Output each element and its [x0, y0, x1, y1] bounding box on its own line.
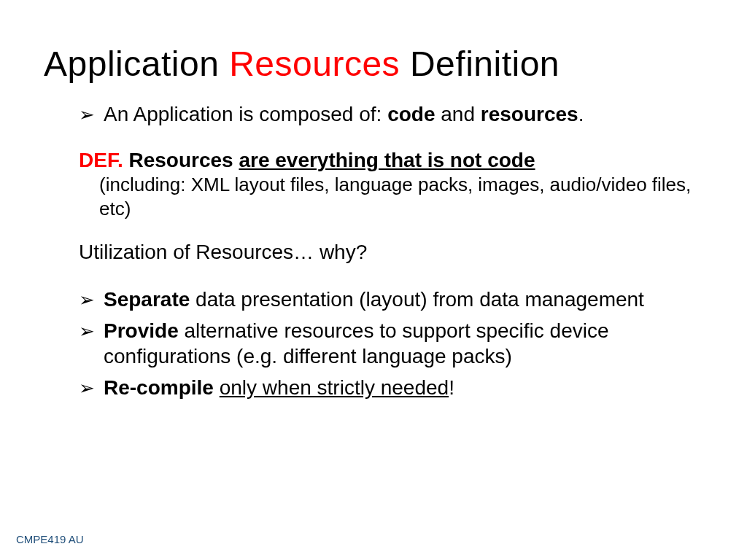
text-bold-underline: are everything that is not code	[239, 149, 535, 171]
text: An Application is composed of:	[104, 103, 387, 125]
text: !	[449, 376, 454, 399]
text-underline: only when strictly needed	[220, 376, 449, 399]
bullet-text-2: Separate data presentation (layout) from…	[104, 287, 703, 312]
bullet-item-2: ➢ Separate data presentation (layout) fr…	[79, 287, 703, 312]
bullet-arrow-icon: ➢	[79, 376, 95, 400]
bullet-text-1: An Application is composed of: code and …	[104, 101, 703, 127]
slide-title: Application Resources Definition	[44, 44, 703, 84]
bullet-text-4: Re-compile only when strictly needed!	[104, 375, 703, 400]
text-bold: resources	[481, 103, 578, 125]
text: and	[435, 103, 480, 125]
slide-content: ➢ An Application is composed of: code an…	[44, 101, 703, 400]
bullet-item-1: ➢ An Application is composed of: code an…	[79, 101, 703, 127]
def-label: DEF.	[79, 149, 123, 171]
title-part1: Application	[44, 44, 229, 83]
text-bold: Resources	[123, 149, 239, 171]
definition-block: DEF. Resources are everything that is no…	[79, 147, 703, 220]
text: alternative resources to support specifi…	[104, 319, 609, 368]
text-bold: Re-compile	[104, 376, 214, 399]
text-bold: code	[387, 103, 435, 125]
text-bold: Separate	[104, 288, 190, 311]
definition-sub: (including: XML layout files, language p…	[79, 173, 703, 220]
bullet-item-4: ➢ Re-compile only when strictly needed!	[79, 375, 703, 400]
text	[214, 376, 220, 399]
bullet-text-3: Provide alternative resources to support…	[104, 318, 703, 369]
text: .	[578, 103, 584, 125]
definition-line: DEF. Resources are everything that is no…	[79, 147, 703, 173]
bullet-arrow-icon: ➢	[79, 319, 95, 369]
utilization-question: Utilization of Resources… why?	[79, 239, 703, 265]
bullet-arrow-icon: ➢	[79, 103, 95, 127]
footer-course-code: CMPE419 AU	[16, 533, 84, 545]
bullet-arrow-icon: ➢	[79, 288, 95, 312]
text-bold: Provide	[104, 319, 179, 342]
title-part2: Resources	[229, 44, 400, 83]
slide-body: Application Resources Definition ➢ An Ap…	[0, 0, 747, 400]
title-part3: Definition	[400, 44, 560, 83]
text: data presentation (layout) from data man…	[190, 288, 644, 311]
bullet-item-3: ➢ Provide alternative resources to suppo…	[79, 318, 703, 369]
